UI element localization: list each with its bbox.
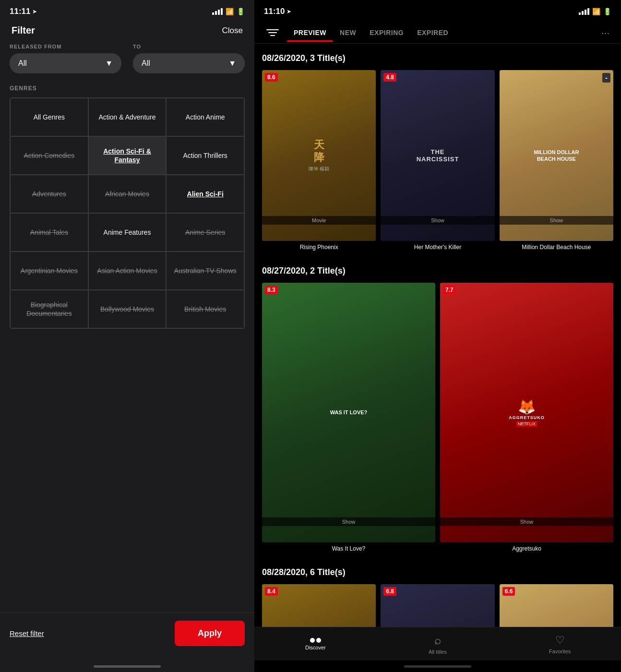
card-thumbnail: 天降 陳坤 楊穎 8.6Movie <box>262 70 376 241</box>
genre-cell[interactable]: Argentinian Movies <box>10 252 88 290</box>
home-indicator-left <box>0 660 254 672</box>
location-icon-left: ➤ <box>32 8 37 15</box>
content-card[interactable]: 6.8 <box>381 584 494 627</box>
genre-cell[interactable]: Biographical Documentaries <box>10 290 88 328</box>
home-bar-right <box>404 665 471 668</box>
genre-cell[interactable]: Animal Tales <box>10 213 88 252</box>
discover-icon <box>310 638 321 643</box>
genres-section: GENRES All GenresAction & AdventureActio… <box>10 85 245 329</box>
card-thumbnail: 🦊 AGGRETSUKO NETFLIX 7.7Show <box>440 283 613 543</box>
bottom-tab-label: Discover <box>305 645 326 650</box>
status-icons-right: 📶 🔋 <box>579 8 611 15</box>
content-card[interactable]: 天降 陳坤 楊穎 8.6MovieRising Phoenix <box>262 70 376 252</box>
card-type-label: Movie <box>262 216 376 225</box>
rating-badge: 8.6 <box>265 73 278 82</box>
from-dropdown[interactable]: All ▼ <box>10 53 121 73</box>
nav-tab-new[interactable]: NEW <box>333 24 363 41</box>
genre-cell[interactable]: Action Thrillers <box>166 136 244 175</box>
content-card[interactable]: MILLION DOLLARBEACH HOUSE -ShowMillion D… <box>500 70 613 252</box>
reset-button[interactable]: Reset filter <box>10 629 44 637</box>
nav-tab-expired[interactable]: EXPIRED <box>410 24 455 41</box>
genre-cell[interactable]: All Genres <box>10 98 88 136</box>
to-group: TO All ▼ <box>133 44 245 73</box>
card-title: Was It Love? <box>262 545 435 553</box>
card-thumbnail: MILLION DOLLARBEACH HOUSE -Show <box>500 70 613 241</box>
to-label: TO <box>133 44 245 49</box>
home-indicator-right <box>254 660 621 672</box>
nav-tabs: PREVIEWNEWEXPIRINGEXPIRED <box>287 24 597 41</box>
status-bar-left: 11:11 ➤ 📶 🔋 <box>0 0 254 20</box>
favorites-icon: ♡ <box>555 634 565 647</box>
date-heading: 08/28/2020, 6 Title(s) <box>262 567 613 577</box>
card-thumbnail: 6.6 <box>500 584 613 627</box>
nav-tab-preview[interactable]: PREVIEW <box>287 24 333 41</box>
date-section: 08/26/2020, 3 Title(s) 天降 陳坤 楊穎 8.6Movie… <box>254 44 621 256</box>
genre-cell[interactable]: Alien Sci-Fi <box>166 175 244 213</box>
content-scroll: 08/26/2020, 3 Title(s) 天降 陳坤 楊穎 8.6Movie… <box>254 44 621 627</box>
filter-icon-button[interactable] <box>262 22 283 43</box>
content-panel: 11:10 ➤ 📶 🔋 PREVIEWNEWEXPIRINGEXPIRED <box>254 0 621 672</box>
content-card[interactable]: WAS IT LOVE? 8.3ShowWas It Love? <box>262 283 435 553</box>
content-card[interactable]: THENARCISSIST 4.8ShowHer Mother's Killer <box>381 70 494 252</box>
content-card[interactable]: 🦊 AGGRETSUKO NETFLIX 7.7ShowAggretsuko <box>440 283 613 553</box>
genre-grid: All GenresAction & AdventureAction Anime… <box>10 97 245 329</box>
card-title: Her Mother's Killer <box>381 244 494 252</box>
apply-button[interactable]: Apply <box>175 621 245 646</box>
more-button[interactable]: ··· <box>597 24 613 42</box>
cards-row: 8.46.86.6 <box>262 584 613 627</box>
genre-cell[interactable]: Action Sci-Fi & Fantasy <box>88 136 167 175</box>
date-heading: 08/27/2020, 2 Title(s) <box>262 266 613 276</box>
status-bar-right: 11:10 ➤ 📶 🔋 <box>254 0 621 20</box>
filter-icon <box>266 28 279 37</box>
bottom-nav-discover[interactable]: Discover <box>254 634 377 654</box>
filter-body: RELEASED FROM All ▼ TO All ▼ GENRES All … <box>0 44 254 612</box>
close-button[interactable]: Close <box>222 26 243 36</box>
cards-row: WAS IT LOVE? 8.3ShowWas It Love? 🦊 AGGRE… <box>262 283 613 553</box>
wifi-icon-left: 📶 <box>226 8 234 15</box>
genre-cell[interactable]: Anime Features <box>88 213 167 252</box>
genre-cell[interactable]: Adventures <box>10 175 88 213</box>
content-card[interactable]: 8.4 <box>262 584 376 627</box>
genre-cell[interactable]: Asian Action Movies <box>88 252 167 290</box>
rating-badge: 8.4 <box>265 587 278 596</box>
rating-badge: 7.7 <box>443 286 456 294</box>
signal-left <box>212 8 223 15</box>
date-heading: 08/26/2020, 3 Title(s) <box>262 53 613 63</box>
genre-cell[interactable]: Action Anime <box>166 98 244 136</box>
content-card[interactable]: 6.6 <box>500 584 613 627</box>
genre-cell[interactable]: Anime Series <box>166 213 244 252</box>
date-section: 08/28/2020, 6 Title(s)8.46.86.6 <box>254 558 621 627</box>
battery-icon-left: 🔋 <box>237 8 245 15</box>
genre-cell[interactable]: Bollywood Movies <box>88 290 167 328</box>
genre-cell[interactable]: African Movies <box>88 175 167 213</box>
bottom-nav-favorites[interactable]: ♡Favorites <box>499 630 621 658</box>
date-range-row: RELEASED FROM All ▼ TO All ▼ <box>10 44 245 73</box>
genres-label: GENRES <box>10 85 245 92</box>
card-thumbnail: THENARCISSIST 4.8Show <box>381 70 494 241</box>
card-title: Aggretsuko <box>440 545 613 553</box>
card-thumbnail: 6.8 <box>381 584 494 627</box>
date-section: 08/27/2020, 2 Title(s) WAS IT LOVE? 8.3S… <box>254 256 621 558</box>
genre-cell[interactable]: Action & Adventure <box>88 98 167 136</box>
genre-cell[interactable]: Australian TV Shows <box>166 252 244 290</box>
rating-badge: 6.6 <box>502 587 515 596</box>
nav-tab-expiring[interactable]: EXPIRING <box>363 24 410 41</box>
search-icon: ⌕ <box>434 634 441 647</box>
to-dropdown[interactable]: All ▼ <box>133 53 245 73</box>
location-icon-right: ➤ <box>287 8 291 15</box>
cards-row: 天降 陳坤 楊穎 8.6MovieRising Phoenix THENARCI… <box>262 70 613 252</box>
filter-footer: Reset filter Apply <box>0 612 254 660</box>
genre-cell[interactable]: British Movies <box>166 290 244 328</box>
filter-title: Filter <box>12 25 35 36</box>
card-type-label: Show <box>440 517 613 526</box>
genre-cell[interactable]: Action Comedies <box>10 136 88 175</box>
minus-badge: - <box>602 73 610 83</box>
card-thumbnail: 8.4 <box>262 584 376 627</box>
from-arrow: ▼ <box>105 59 113 68</box>
status-icons-left: 📶 🔋 <box>212 8 245 15</box>
bottom-nav-all-titles[interactable]: ⌕All titles <box>377 630 499 659</box>
home-bar-left <box>94 665 161 668</box>
bottom-tab-label: Favorites <box>549 648 571 654</box>
from-value: All <box>18 59 27 68</box>
card-type-label: Show <box>381 216 494 225</box>
